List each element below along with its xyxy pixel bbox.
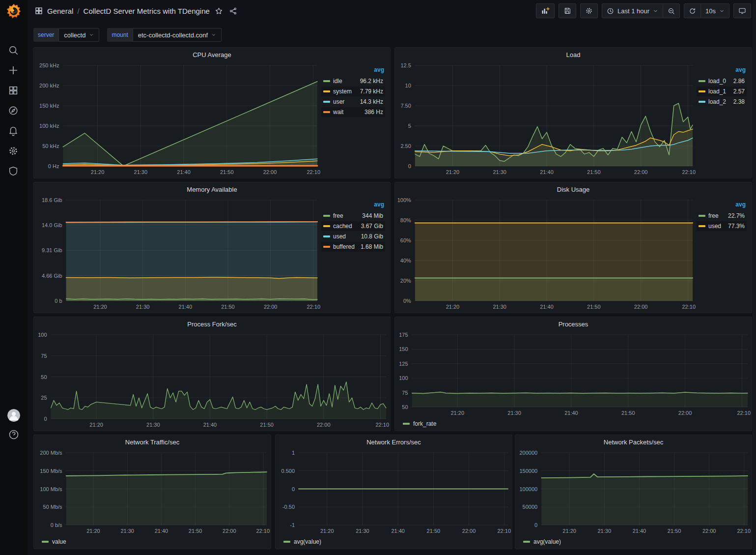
- series-label[interactable]: used: [708, 223, 721, 230]
- svg-text:4.66 Gib: 4.66 Gib: [42, 273, 62, 279]
- panel-title-network-traffic[interactable]: Network Traffic/sec: [34, 435, 271, 449]
- legend-row[interactable]: idle 96.2 kHz: [321, 76, 385, 86]
- chart-canvas-network-traffic[interactable]: 0 b/s50 Mb/s100 Mb/s150 Mb/s200 Mb/s21:2…: [34, 449, 271, 537]
- star-icon[interactable]: [214, 6, 224, 16]
- series-label[interactable]: avg(value): [294, 538, 321, 545]
- legend-row[interactable]: wait 386 Hz: [321, 107, 385, 117]
- chart-canvas-network-errors[interactable]: -1-0.5000.500121:2021:3021:4021:5022:002…: [276, 449, 512, 537]
- series-label[interactable]: used: [333, 233, 346, 240]
- legend-row[interactable]: system 7.79 kHz: [321, 87, 385, 96]
- legend-row[interactable]: buffered 1.68 Mib: [321, 242, 385, 252]
- legend-avg-header[interactable]: avg: [321, 201, 385, 211]
- panel-title-process-fork[interactable]: Process Fork/sec: [34, 317, 390, 331]
- series-label[interactable]: fork_rate: [413, 420, 436, 427]
- chart-canvas-memory-available[interactable]: 0 b4.66 Gib9.31 Gib14.0 Gib18.6 Gib21:20…: [34, 196, 321, 313]
- dashboards-icon[interactable]: [8, 85, 20, 96]
- svg-text:21:50: 21:50: [621, 410, 635, 416]
- series-avg-value: 386 Hz: [364, 109, 383, 116]
- legend-row[interactable]: cached 3.67 Gib: [321, 221, 385, 231]
- series-swatch: [323, 101, 330, 103]
- avatar[interactable]: [7, 409, 20, 422]
- panel-title-processes[interactable]: Processes: [395, 317, 752, 331]
- help-icon[interactable]: [8, 429, 20, 440]
- svg-text:80%: 80%: [400, 217, 411, 223]
- time-range-picker[interactable]: Last 1 hour: [602, 4, 663, 18]
- variable-server-dropdown[interactable]: collectd: [58, 28, 99, 42]
- legend-row[interactable]: load_1 2.57: [697, 87, 747, 96]
- legend-processes: fork_rate: [395, 419, 752, 431]
- panel-title-load[interactable]: Load: [395, 48, 752, 61]
- svg-text:22:00: 22:00: [264, 304, 278, 310]
- series-label[interactable]: free: [333, 212, 343, 219]
- share-icon[interactable]: [228, 6, 238, 16]
- panel-title-network-errors[interactable]: Network Errors/sec: [276, 435, 512, 449]
- svg-text:21:50: 21:50: [221, 304, 235, 310]
- panel-title-cpu-average[interactable]: CPU Average: [34, 48, 390, 61]
- panel-network-traffic: Network Traffic/sec 0 b/s50 Mb/s100 Mb/s…: [33, 435, 271, 549]
- series-label[interactable]: user: [333, 98, 344, 105]
- chart-canvas-network-packets[interactable]: 05000010000015000020000021:2021:3021:402…: [515, 449, 752, 537]
- refresh-button[interactable]: [684, 4, 700, 18]
- legend-avg-header[interactable]: avg: [697, 201, 747, 211]
- server-admin-shield-icon[interactable]: [8, 165, 20, 177]
- series-label[interactable]: load_2: [708, 98, 726, 105]
- save-dashboard-button[interactable]: [559, 3, 576, 18]
- refresh-interval-picker[interactable]: 10s: [700, 4, 729, 18]
- legend-row[interactable]: load_0 2.86: [697, 76, 747, 86]
- panel-title-memory-available[interactable]: Memory Available: [34, 182, 390, 196]
- search-icon[interactable]: [8, 44, 20, 56]
- legend-row[interactable]: free 344 Mib: [321, 211, 385, 221]
- explore-compass-icon[interactable]: [8, 105, 20, 117]
- chart-canvas-disk-usage[interactable]: 0%20%40%60%80%100%21:2021:3021:4021:5022…: [395, 196, 697, 313]
- svg-text:7.50: 7.50: [400, 103, 411, 109]
- series-label[interactable]: load_0: [708, 78, 726, 85]
- dashboard-toolbar: Last 1 hour 10s: [536, 3, 751, 18]
- legend-avg-header[interactable]: avg: [321, 66, 385, 76]
- legend-row[interactable]: free 22.7%: [697, 211, 747, 221]
- legend-avg-header[interactable]: avg: [697, 66, 747, 76]
- chart-canvas-cpu-average[interactable]: 0 Hz50 kHz100 kHz150 kHz200 kHz250 kHz21…: [34, 61, 321, 178]
- series-label[interactable]: load_1: [708, 88, 726, 95]
- series-label[interactable]: buffered: [333, 243, 355, 250]
- series-swatch: [699, 90, 705, 92]
- panel-load: Load 02.5057.501012.521:2021:3021:4021:5…: [394, 47, 752, 178]
- panel-title-network-packets[interactable]: Network Packets/sec: [515, 435, 752, 449]
- add-panel-button[interactable]: [536, 3, 555, 18]
- legend-row[interactable]: user 14.3 kHz: [321, 97, 385, 107]
- chart-canvas-load[interactable]: 02.5057.501012.521:2021:3021:4021:5022:0…: [395, 61, 697, 178]
- chart-canvas-process-fork[interactable]: 025507510021:2021:3021:4021:5022:0022:10: [34, 331, 390, 431]
- series-label[interactable]: system: [333, 88, 352, 95]
- configuration-gear-icon[interactable]: [8, 145, 20, 157]
- legend-row[interactable]: used 77.3%: [697, 221, 747, 231]
- vertical-scrollbar[interactable]: [753, 0, 756, 555]
- series-label[interactable]: wait: [333, 109, 343, 116]
- chart-canvas-processes[interactable]: 507510012515017521:2021:3021:4021:5022:0…: [395, 331, 752, 419]
- variable-mount: mount etc-collectd-collectd.conf: [107, 28, 222, 42]
- variable-mount-dropdown[interactable]: etc-collectd-collectd.conf: [133, 28, 222, 42]
- tv-mode-button[interactable]: [733, 3, 751, 18]
- series-label[interactable]: free: [708, 212, 719, 219]
- svg-text:22:00: 22:00: [678, 410, 692, 416]
- series-avg-value: 2.38: [733, 98, 745, 105]
- series-label[interactable]: avg(value): [533, 538, 561, 545]
- legend-row[interactable]: load_2 2.38: [697, 97, 747, 107]
- svg-text:50 Mb/s: 50 Mb/s: [43, 504, 62, 510]
- series-label[interactable]: value: [52, 538, 66, 545]
- svg-text:22:10: 22:10: [375, 422, 389, 428]
- series-label[interactable]: cached: [333, 223, 352, 230]
- alerting-bell-icon[interactable]: [8, 125, 20, 137]
- svg-text:21:30: 21:30: [356, 528, 369, 534]
- breadcrumb-folder[interactable]: General: [47, 7, 73, 15]
- panel-memory-available: Memory Available 0 b4.66 Gib9.31 Gib14.0…: [33, 182, 391, 313]
- variable-server: server collectd: [33, 28, 99, 42]
- create-plus-icon[interactable]: [8, 64, 20, 76]
- dashboard-settings-button[interactable]: [580, 3, 598, 18]
- legend-row[interactable]: used 10.8 Gib: [321, 232, 385, 241]
- chevron-down-icon: [653, 8, 658, 14]
- series-label[interactable]: idle: [333, 78, 342, 85]
- panel-title-disk-usage[interactable]: Disk Usage: [395, 182, 752, 196]
- svg-text:50: 50: [402, 404, 408, 410]
- series-swatch: [323, 235, 330, 237]
- zoom-out-button[interactable]: [663, 4, 679, 18]
- grafana-logo[interactable]: [4, 2, 23, 21]
